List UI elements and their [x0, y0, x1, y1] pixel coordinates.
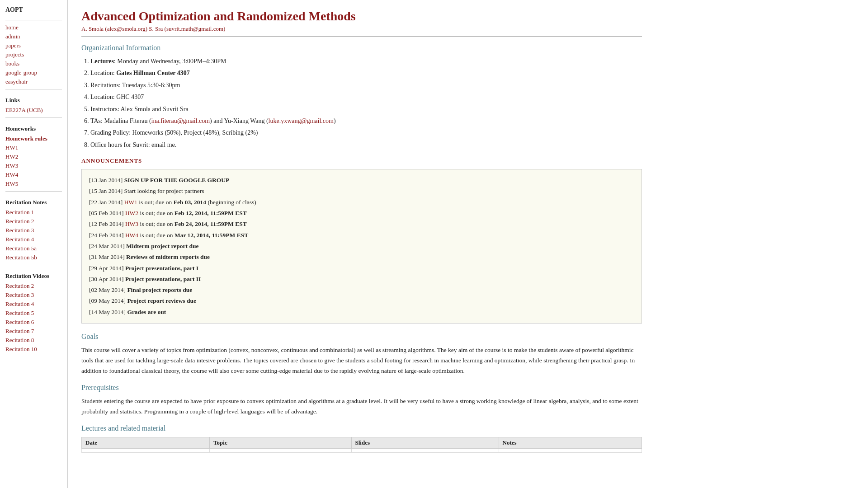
- hw4-link[interactable]: HW4: [125, 232, 138, 239]
- sidebar: AOPT homeadminpapersprojectsbooksgoogle-…: [0, 0, 68, 488]
- author-smola: A. Smola (: [81, 25, 107, 32]
- hw2-link[interactable]: HW2: [125, 210, 138, 216]
- sidebar-hw-HW1[interactable]: HW1: [0, 143, 67, 152]
- list-item: Instructors: Alex Smola and Suvrit Sra: [90, 104, 642, 114]
- sidebar-recitation-videos: Recitation 2Recitation 3Recitation 4Reci…: [0, 282, 67, 354]
- list-item: [02 May 2014] Final project reports due: [89, 285, 634, 296]
- lectures-table-header-topic: Topic: [210, 437, 351, 448]
- sidebar-recnote-Recitation-2[interactable]: Recitation 2: [0, 217, 67, 226]
- list-item: Location: Gates Hillman Center 4307: [90, 68, 642, 78]
- list-item: [14 May 2014] Grades are out: [89, 307, 634, 318]
- recitation-notes-section-title: Recitation Notes: [0, 194, 67, 208]
- list-item: [30 Apr 2014] Project presentations, par…: [89, 274, 634, 285]
- org-list: Lectures: Monday and Wednesday, 3:00PM–4…: [90, 56, 642, 150]
- sidebar-nav: homeadminpapersprojectsbooksgoogle-group…: [0, 23, 67, 86]
- sidebar-item-easychair[interactable]: easychair: [0, 77, 67, 86]
- sra-email[interactable]: suvrit.math@gmail.com: [166, 25, 223, 32]
- list-item: [13 Jan 2014] SIGN UP FOR THE GOOGLE GRO…: [89, 175, 634, 186]
- sidebar-link-EE227A-(UCB)[interactable]: EE227A (UCB): [0, 106, 67, 115]
- list-item: Recitations: Tuesdays 5:30-6:30pm: [90, 80, 642, 90]
- sidebar-recnote-Recitation-4[interactable]: Recitation 4: [0, 235, 67, 244]
- sidebar-hw-HW2[interactable]: HW2: [0, 152, 67, 161]
- sidebar-recvid-Recitation-2[interactable]: Recitation 2: [0, 282, 67, 291]
- subtitle: A. Smola (alex@smola.org) S. Sra (suvrit…: [81, 25, 642, 33]
- hw3-link[interactable]: HW3: [125, 221, 138, 227]
- list-item: [22 Jan 2014] HW1 is out; due on Feb 03,…: [89, 197, 634, 208]
- list-item: [29 Apr 2014] Project presentations, par…: [89, 263, 634, 274]
- lectures-table-header-slides: Slides: [351, 437, 499, 448]
- list-item: Location: GHC 4307: [90, 92, 642, 102]
- goals-text: This course will cover a variety of topi…: [81, 345, 642, 376]
- announcements-title: ANNOUNCEMENTS: [81, 157, 642, 164]
- sidebar-recvid-Recitation-4[interactable]: Recitation 4: [0, 300, 67, 309]
- table-row: [82, 448, 642, 452]
- lectures-heading: Lectures and related material: [81, 424, 642, 432]
- list-item: [05 Feb 2014] HW2 is out; due on Feb 12,…: [89, 208, 634, 219]
- sidebar-hw-Homework-rules[interactable]: Homework rules: [0, 134, 67, 143]
- links-section-title: Links: [0, 92, 67, 106]
- sidebar-recnote-Recitation-3[interactable]: Recitation 3: [0, 226, 67, 235]
- sidebar-item-books[interactable]: books: [0, 59, 67, 68]
- lectures-table-header-notes: Notes: [499, 437, 642, 448]
- sidebar-recvid-Recitation-10[interactable]: Recitation 10: [0, 345, 67, 354]
- sidebar-homeworks: Homework rulesHW1HW2HW3HW4HW5: [0, 134, 67, 188]
- list-item: TAs: Madalina Fiterau (ina.fiterau@gmail…: [90, 116, 642, 126]
- lectures-table-header-date: Date: [82, 437, 210, 448]
- list-item: [24 Mar 2014] Midterm project report due: [89, 241, 634, 252]
- list-item: [12 Feb 2014] HW3 is out; due on Feb 24,…: [89, 219, 634, 230]
- ta-email-fiterau[interactable]: ina.fiterau@gmail.com: [151, 117, 210, 124]
- sidebar-recvid-Recitation-8[interactable]: Recitation 8: [0, 336, 67, 345]
- sidebar-item-admin[interactable]: admin: [0, 32, 67, 41]
- sidebar-hw-HW5[interactable]: HW5: [0, 179, 67, 188]
- list-item: Lectures: Monday and Wednesday, 3:00PM–4…: [90, 56, 642, 66]
- org-heading: Organizational Information: [81, 44, 642, 52]
- announcements-box: [13 Jan 2014] SIGN UP FOR THE GOOGLE GRO…: [81, 169, 642, 324]
- list-item: Grading Policy: Homeworks (50%), Project…: [90, 128, 642, 138]
- sidebar-item-google-group[interactable]: google-group: [0, 68, 67, 77]
- main-content: Advanced Optimization and Randomized Met…: [68, 0, 656, 488]
- title-divider: [81, 36, 642, 37]
- sidebar-item-home[interactable]: home: [0, 23, 67, 32]
- lectures-table: Date Topic Slides Notes: [81, 437, 642, 453]
- recitation-videos-section-title: Recitation Videos: [0, 268, 67, 282]
- sidebar-recvid-Recitation-5[interactable]: Recitation 5: [0, 309, 67, 318]
- sidebar-recvid-Recitation-6[interactable]: Recitation 6: [0, 318, 67, 327]
- prereq-heading: Prerequisites: [81, 384, 642, 392]
- homeworks-section-title: Homeworks: [0, 121, 67, 134]
- list-item: [15 Jan 2014] Start looking for project …: [89, 186, 634, 197]
- page-title: Advanced Optimization and Randomized Met…: [81, 9, 642, 23]
- hw1-link[interactable]: HW1: [124, 199, 137, 206]
- smola-email[interactable]: alex@smola.org: [107, 25, 146, 32]
- sidebar-links: EE227A (UCB): [0, 106, 67, 115]
- list-item: Office hours for Suvrit: email me.: [90, 140, 642, 150]
- list-item: [24 Feb 2014] HW4 is out; due on Mar 12,…: [89, 230, 634, 241]
- list-item: [09 May 2014] Project report reviews due: [89, 296, 634, 306]
- sidebar-recnote-Recitation-5b[interactable]: Recitation 5b: [0, 253, 67, 262]
- sidebar-item-papers[interactable]: papers: [0, 41, 67, 50]
- sidebar-recvid-Recitation-3[interactable]: Recitation 3: [0, 291, 67, 300]
- list-item: [31 Mar 2014] Reviews of midterm reports…: [89, 252, 634, 263]
- sidebar-item-projects[interactable]: projects: [0, 50, 67, 59]
- prereq-text: Students entering the course are expecte…: [81, 396, 642, 417]
- ta-email-wang[interactable]: luke.yxwang@gmail.com: [269, 117, 334, 124]
- goals-heading: Goals: [81, 333, 642, 341]
- sidebar-recvid-Recitation-7[interactable]: Recitation 7: [0, 327, 67, 336]
- lectures-section: Lectures and related material Date Topic…: [81, 424, 642, 453]
- sidebar-recnote-Recitation-1[interactable]: Recitation 1: [0, 208, 67, 217]
- sidebar-hw-HW3[interactable]: HW3: [0, 161, 67, 170]
- site-title: AOPT: [0, 5, 67, 17]
- sidebar-recitation-notes: Recitation 1Recitation 2Recitation 3Reci…: [0, 208, 67, 262]
- sidebar-recnote-Recitation-5a[interactable]: Recitation 5a: [0, 244, 67, 253]
- sidebar-hw-HW4[interactable]: HW4: [0, 170, 67, 179]
